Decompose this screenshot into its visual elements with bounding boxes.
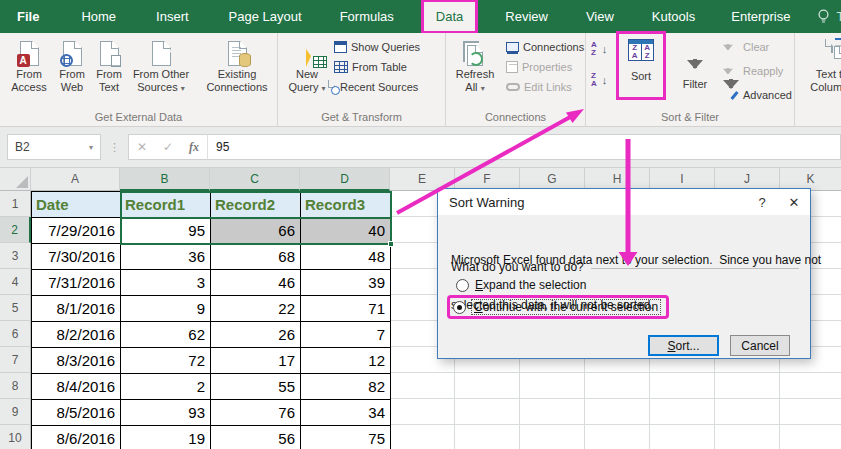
- cell-c7[interactable]: 17: [211, 348, 301, 374]
- row-header-7[interactable]: 7: [0, 347, 31, 373]
- cell-a1[interactable]: Date: [32, 192, 121, 218]
- dialog-close-icon[interactable]: ✕: [778, 189, 810, 215]
- radio-on-icon[interactable]: [453, 301, 466, 314]
- reapply-filter-button[interactable]: Reapply: [723, 62, 792, 80]
- from-text-button[interactable]: From Text: [91, 36, 127, 94]
- cell-d6[interactable]: 7: [301, 322, 391, 348]
- cell-d1[interactable]: Record3: [301, 192, 391, 218]
- cell-c4[interactable]: 46: [211, 270, 301, 296]
- tab-kutools[interactable]: Kutools: [639, 1, 708, 32]
- cell-b2-active[interactable]: 95: [121, 218, 211, 244]
- sort-button[interactable]: ZA AZ Sort: [619, 34, 663, 97]
- from-access-button[interactable]: A From Access: [6, 36, 52, 94]
- cell-c6[interactable]: 26: [211, 322, 301, 348]
- name-box-caret-icon[interactable]: ▾: [89, 143, 100, 152]
- tab-view[interactable]: View: [573, 1, 627, 32]
- row-header-3[interactable]: 3: [0, 243, 31, 269]
- cell-b7[interactable]: 72: [121, 348, 211, 374]
- cancel-entry-icon[interactable]: ✕: [129, 140, 155, 154]
- confirm-entry-icon[interactable]: ✓: [155, 140, 181, 154]
- cell-d4[interactable]: 39: [301, 270, 391, 296]
- cell-b6[interactable]: 62: [121, 322, 211, 348]
- column-header-a[interactable]: A: [31, 168, 120, 191]
- tab-home[interactable]: Home: [68, 1, 129, 32]
- cell-d10[interactable]: 75: [301, 426, 391, 449]
- cell-d8[interactable]: 82: [301, 374, 391, 400]
- filter-button[interactable]: Filter: [674, 39, 716, 91]
- sort-descending-button[interactable]: ZA↓: [591, 71, 607, 89]
- sort-confirm-button[interactable]: Sort...: [648, 335, 719, 356]
- formula-input[interactable]: 95: [207, 134, 841, 160]
- row-header-4[interactable]: 4: [0, 269, 31, 295]
- clear-filter-button[interactable]: Clear: [723, 38, 792, 56]
- cell-c8[interactable]: 55: [211, 374, 301, 400]
- fill-handle[interactable]: [388, 241, 394, 247]
- cell-a6[interactable]: 8/2/2016: [32, 322, 121, 348]
- cell-a10[interactable]: 8/6/2016: [32, 426, 121, 449]
- cell-d9[interactable]: 34: [301, 400, 391, 426]
- cell-c5[interactable]: 22: [211, 296, 301, 322]
- column-header-c[interactable]: C: [210, 168, 300, 191]
- tab-formulas[interactable]: Formulas: [327, 1, 407, 32]
- cell-d7[interactable]: 12: [301, 348, 391, 374]
- radio-expand-selection[interactable]: Expand the selection: [456, 278, 586, 292]
- select-all-corner[interactable]: [0, 168, 31, 191]
- radio-off-icon[interactable]: [456, 279, 469, 292]
- connections-button[interactable]: Connections: [506, 38, 584, 56]
- cell-b3[interactable]: 36: [121, 244, 211, 270]
- cell-d2[interactable]: 40: [301, 218, 391, 244]
- cell-a5[interactable]: 8/1/2016: [32, 296, 121, 322]
- cell-b9[interactable]: 93: [121, 400, 211, 426]
- text-to-columns-button[interactable]: Text to Columns: [800, 36, 841, 94]
- recent-sources-button[interactable]: Recent Sources: [334, 78, 420, 96]
- from-table-button[interactable]: From Table: [334, 58, 420, 76]
- tab-file[interactable]: File: [0, 1, 56, 32]
- cell-d5[interactable]: 71: [301, 296, 391, 322]
- cell-c2[interactable]: 66: [211, 218, 301, 244]
- formula-bar-handle-icon[interactable]: ⋮: [101, 141, 128, 154]
- sort-ascending-button[interactable]: AZ↓: [591, 40, 607, 58]
- cell-a9[interactable]: 8/5/2016: [32, 400, 121, 426]
- cell-b1[interactable]: Record1: [121, 192, 211, 218]
- tab-review[interactable]: Review: [492, 1, 561, 32]
- new-query-button[interactable]: New Query ▾: [284, 36, 330, 95]
- row-header-1[interactable]: 1: [0, 191, 31, 217]
- cell-c1[interactable]: Record2: [211, 192, 301, 218]
- row-header-5[interactable]: 5: [0, 295, 31, 321]
- from-web-button[interactable]: From Web: [54, 36, 90, 94]
- advanced-filter-button[interactable]: Advanced: [723, 86, 792, 104]
- cell-a8[interactable]: 8/4/2016: [32, 374, 121, 400]
- tell-me-box[interactable]: Tell me what you want to: [817, 9, 841, 24]
- tab-insert[interactable]: Insert: [143, 1, 202, 32]
- cell-a4[interactable]: 7/31/2016: [32, 270, 121, 296]
- row-header-9[interactable]: 9: [0, 399, 31, 425]
- tab-page-layout[interactable]: Page Layout: [216, 1, 315, 32]
- cell-a3[interactable]: 7/30/2016: [32, 244, 121, 270]
- from-other-sources-button[interactable]: From Other Sources ▾: [128, 36, 194, 95]
- cell-b5[interactable]: 9: [121, 296, 211, 322]
- name-box[interactable]: B2 ▾: [7, 134, 101, 160]
- show-queries-button[interactable]: Show Queries: [334, 38, 420, 56]
- cancel-button[interactable]: Cancel: [730, 335, 790, 356]
- column-header-d[interactable]: D: [300, 168, 390, 191]
- cell-c3[interactable]: 68: [211, 244, 301, 270]
- dialog-title-bar[interactable]: Sort Warning ? ✕: [438, 189, 810, 215]
- edit-links-button[interactable]: Edit Links: [506, 78, 584, 96]
- row-header-6[interactable]: 6: [0, 321, 31, 347]
- cell-a2[interactable]: 7/29/2016: [32, 218, 121, 244]
- row-header-8[interactable]: 8: [0, 373, 31, 399]
- cell-c10[interactable]: 56: [211, 426, 301, 449]
- cell-b4[interactable]: 3: [121, 270, 211, 296]
- radio-continue-selection[interactable]: Continue with the current selection: [453, 300, 660, 314]
- refresh-all-button[interactable]: Refresh All ▾: [450, 36, 500, 95]
- insert-function-icon[interactable]: fx: [181, 140, 207, 155]
- cell-b8[interactable]: 2: [121, 374, 211, 400]
- cell-c9[interactable]: 76: [211, 400, 301, 426]
- cell-d3[interactable]: 48: [301, 244, 391, 270]
- properties-button[interactable]: Properties: [506, 58, 584, 76]
- cell-a7[interactable]: 8/3/2016: [32, 348, 121, 374]
- existing-connections-button[interactable]: Existing Connections: [202, 36, 272, 94]
- row-header-2[interactable]: 2: [0, 217, 31, 243]
- tab-enterprise[interactable]: Enterprise: [718, 1, 803, 32]
- row-header-10[interactable]: 10: [0, 425, 31, 449]
